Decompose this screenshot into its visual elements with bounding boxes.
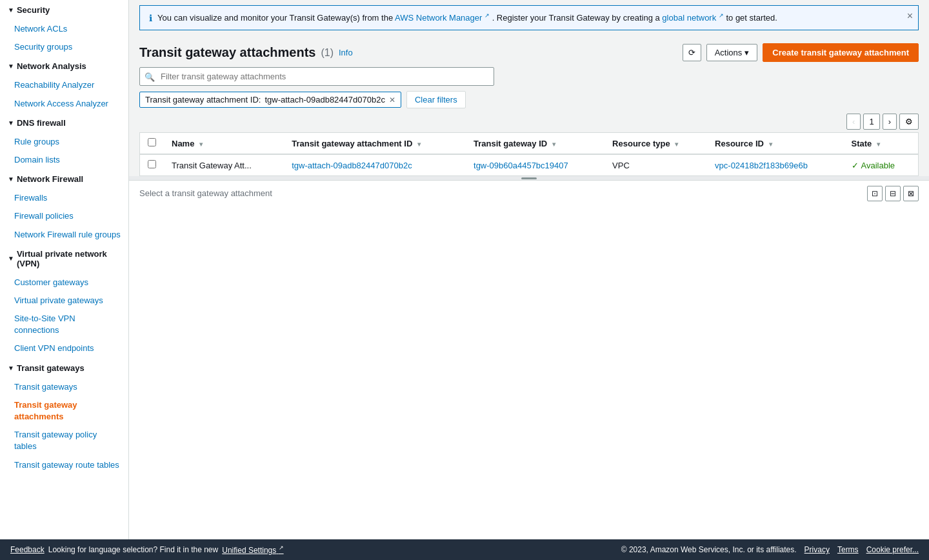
available-icon: ✓	[852, 161, 859, 170]
detail-panel-icons: ⊡ ⊟ ⊠	[867, 186, 919, 201]
sidebar-item-network-acls[interactable]: Network ACLs	[0, 20, 128, 38]
sidebar-section-header-dns-firewall[interactable]: ▼ DNS firewall	[0, 113, 128, 133]
sort-icon: ▾	[877, 141, 880, 148]
detail-panel-header: Select a transit gateway attachment	[139, 188, 919, 198]
detail-panel: Select a transit gateway attachment ⊡ ⊟ …	[129, 180, 929, 539]
global-network-link[interactable]: global network ↗	[662, 13, 726, 23]
banner-close-button[interactable]: ×	[907, 11, 913, 21]
info-banner: ℹ You can visualize and monitor your Tra…	[139, 5, 919, 30]
sort-icon: ▾	[199, 141, 203, 148]
aws-network-manager-link[interactable]: AWS Network Manager ↗	[395, 13, 492, 23]
sidebar-item-customer-gateways[interactable]: Customer gateways	[0, 274, 128, 292]
footer-language-text: Looking for language selection? Find it …	[48, 545, 219, 554]
attachments-table: Name ▾ Transit gateway attachment ID ▾ T…	[139, 132, 919, 176]
sidebar-item-network-firewall-rule-groups[interactable]: Network Firewall rule groups	[0, 226, 128, 244]
sidebar-section-header-network-analysis[interactable]: ▼ Network Analysis	[0, 56, 128, 76]
sidebar-item-rule-groups[interactable]: Rule groups	[0, 133, 128, 151]
feedback-link[interactable]: Feedback	[10, 545, 45, 554]
row-checkbox[interactable]	[148, 160, 156, 168]
sidebar-item-security-groups[interactable]: Security groups	[0, 38, 128, 56]
gateway-id-link[interactable]: tgw-09b60a4457bc19407	[474, 161, 568, 170]
detail-panel-collapse-button[interactable]: ⊠	[903, 186, 919, 201]
sidebar-item-reachability-analyzer[interactable]: Reachability Analyzer	[0, 76, 128, 94]
chevron-down-icon: ▼	[8, 63, 14, 70]
footer-right: © 2023, Amazon Web Services, Inc. or its…	[621, 545, 919, 554]
table-header-row: Name ▾ Transit gateway attachment ID ▾ T…	[140, 133, 919, 155]
terms-link[interactable]: Terms	[837, 545, 859, 554]
footer-left: Feedback Looking for language selection?…	[10, 545, 284, 555]
sidebar-item-transit-gateway-attachments[interactable]: Transit gateway attachments	[0, 396, 128, 426]
pagination-row: ‹ 1 › ⚙	[129, 114, 929, 132]
sidebar-item-site-to-site-vpn[interactable]: Site-to-Site VPN connections	[0, 310, 128, 339]
sort-icon: ▾	[552, 141, 555, 148]
chevron-down-icon: ▼	[8, 175, 14, 183]
page-title: Transit gateway attachments	[139, 45, 315, 60]
cell-resource-type: VPC	[604, 154, 707, 176]
pagination-next-button[interactable]: ›	[883, 114, 897, 130]
filter-bar: 🔍 Transit gateway attachment ID: tgw-att…	[129, 67, 929, 114]
sidebar-section-header-transit-gateways[interactable]: ▼ Transit gateways	[0, 358, 128, 378]
cookie-preferences-link[interactable]: Cookie prefer...	[866, 545, 919, 554]
search-input[interactable]	[139, 67, 494, 86]
cell-gateway-id: tgw-09b60a4457bc19407	[466, 154, 604, 176]
sidebar: ▼ Security Network ACLs Security groups …	[0, 0, 129, 539]
sidebar-section-header-security[interactable]: ▼ Security	[0, 0, 128, 20]
table-container: Name ▾ Transit gateway attachment ID ▾ T…	[129, 132, 929, 176]
detail-panel-placeholder: Select a transit gateway attachment	[139, 188, 272, 198]
sidebar-item-transit-gateway-route-tables[interactable]: Transit gateway route tables	[0, 456, 128, 474]
info-icon: ℹ	[149, 13, 152, 23]
sidebar-section-dns-firewall: ▼ DNS firewall Rule groups Domain lists	[0, 113, 128, 169]
footer: Feedback Looking for language selection?…	[0, 539, 929, 560]
footer-copyright: © 2023, Amazon Web Services, Inc. or its…	[621, 545, 797, 554]
sidebar-section-security: ▼ Security Network ACLs Security groups	[0, 0, 128, 56]
cell-resource-id: vpc-02418b2f183b69e6b	[707, 154, 843, 176]
create-transit-gateway-attachment-button[interactable]: Create transit gateway attachment	[763, 43, 919, 62]
chevron-down-icon: ▼	[8, 365, 14, 372]
cell-attachment-id: tgw-attach-09adb82447d070b2c	[284, 154, 466, 176]
sort-icon: ▾	[769, 141, 772, 148]
banner-text: You can visualize and monitor your Trans…	[157, 12, 777, 23]
privacy-link[interactable]: Privacy	[804, 545, 830, 554]
col-header-state: State ▾	[844, 133, 919, 155]
page-header: Transit gateway attachments (1) Info ⟳ A…	[129, 35, 929, 67]
pagination-prev-button[interactable]: ‹	[846, 114, 861, 130]
sidebar-section-header-vpn[interactable]: ▼ Virtual private network (VPN)	[0, 244, 128, 274]
col-header-resource-id: Resource ID ▾	[707, 133, 843, 155]
col-header-resource-type: Resource type ▾	[604, 133, 707, 155]
sidebar-item-network-access-analyzer[interactable]: Network Access Analyzer	[0, 95, 128, 113]
refresh-button[interactable]: ⟳	[683, 44, 701, 61]
col-header-name: Name ▾	[164, 133, 284, 155]
sidebar-section-network-firewall: ▼ Network Firewall Firewalls Firewall po…	[0, 169, 128, 244]
sidebar-item-virtual-private-gateways[interactable]: Virtual private gateways	[0, 292, 128, 310]
page-title-row: Transit gateway attachments (1) Info	[139, 45, 353, 60]
select-all-checkbox[interactable]	[148, 138, 156, 146]
chevron-down-icon: ▾	[744, 48, 749, 57]
col-header-gateway-id: Transit gateway ID ▾	[466, 133, 604, 155]
detail-panel-split-button[interactable]: ⊟	[885, 186, 901, 201]
cell-name: Transit Gateway Att...	[164, 154, 284, 176]
resource-id-link[interactable]: vpc-02418b2f183b69e6b	[715, 161, 808, 170]
clear-filters-button[interactable]: Clear filters	[406, 91, 466, 108]
table-settings-button[interactable]: ⚙	[899, 114, 919, 130]
chevron-down-icon: ▼	[8, 6, 14, 14]
sidebar-item-firewalls[interactable]: Firewalls	[0, 189, 128, 207]
sort-icon: ▾	[675, 141, 678, 148]
sidebar-item-transit-gateway-policy-tables[interactable]: Transit gateway policy tables	[0, 426, 128, 455]
sidebar-item-firewall-policies[interactable]: Firewall policies	[0, 207, 128, 225]
attachment-id-link[interactable]: tgw-attach-09adb82447d070b2c	[292, 161, 412, 170]
sidebar-section-vpn: ▼ Virtual private network (VPN) Customer…	[0, 244, 128, 358]
col-header-attachment-id: Transit gateway attachment ID ▾	[284, 133, 466, 155]
detail-panel-expand-button[interactable]: ⊡	[867, 186, 883, 201]
actions-button[interactable]: Actions ▾	[706, 44, 758, 61]
filter-tag-value: tgw-attach-09adb82447d070b2c	[265, 95, 385, 105]
info-link[interactable]: Info	[339, 48, 353, 57]
remove-filter-tag-button[interactable]: ✕	[389, 95, 395, 105]
table-row: Transit Gateway Att... tgw-attach-09adb8…	[140, 154, 919, 176]
search-icon: 🔍	[145, 72, 155, 81]
sidebar-item-client-vpn-endpoints[interactable]: Client VPN endpoints	[0, 339, 128, 357]
sidebar-item-transit-gateways[interactable]: Transit gateways	[0, 378, 128, 396]
sidebar-item-domain-lists[interactable]: Domain lists	[0, 151, 128, 169]
unified-settings-link[interactable]: Unified Settings ↗	[222, 545, 283, 555]
sidebar-section-header-network-firewall[interactable]: ▼ Network Firewall	[0, 169, 128, 189]
cell-state: ✓Available	[844, 154, 919, 176]
